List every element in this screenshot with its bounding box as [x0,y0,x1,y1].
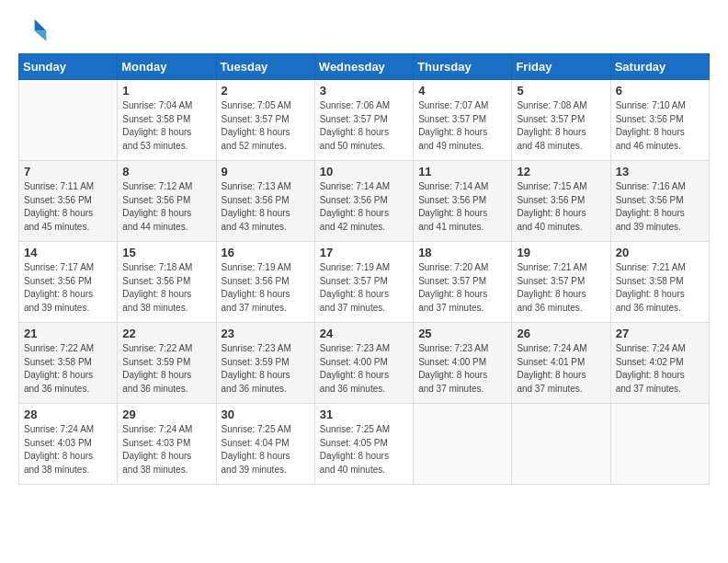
day-info: Sunrise: 7:25 AM Sunset: 4:05 PM Dayligh… [320,423,408,477]
day-number: 24 [320,327,408,340]
day-info: Sunrise: 7:10 AM Sunset: 3:56 PM Dayligh… [616,99,704,153]
day-number: 20 [616,246,704,259]
calendar-cell: 8Sunrise: 7:12 AM Sunset: 3:56 PM Daylig… [118,161,216,242]
calendar-cell: 5Sunrise: 7:08 AM Sunset: 3:57 PM Daylig… [512,80,610,161]
day-number: 7 [24,165,112,178]
calendar-cell: 28Sunrise: 7:24 AM Sunset: 4:03 PM Dayli… [19,404,118,485]
calendar-cell: 13Sunrise: 7:16 AM Sunset: 3:56 PM Dayli… [610,161,709,242]
day-info: Sunrise: 7:08 AM Sunset: 3:57 PM Dayligh… [517,99,605,153]
calendar-week-row: 21Sunrise: 7:22 AM Sunset: 3:58 PM Dayli… [19,323,710,404]
calendar-cell: 9Sunrise: 7:13 AM Sunset: 3:56 PM Daylig… [216,161,314,242]
day-number: 16 [222,246,310,259]
day-info: Sunrise: 7:16 AM Sunset: 3:56 PM Dayligh… [616,180,704,234]
calendar-header-row: SundayMondayTuesdayWednesdayThursdayFrid… [19,54,710,80]
calendar-cell: 7Sunrise: 7:11 AM Sunset: 3:56 PM Daylig… [19,161,118,242]
svg-marker-0 [35,19,47,31]
calendar-cell: 11Sunrise: 7:14 AM Sunset: 3:56 PM Dayli… [414,161,512,242]
weekday-header-thursday: Thursday [414,54,512,80]
calendar-cell: 10Sunrise: 7:14 AM Sunset: 3:56 PM Dayli… [314,161,413,242]
day-info: Sunrise: 7:23 AM Sunset: 4:00 PM Dayligh… [320,342,408,396]
day-info: Sunrise: 7:06 AM Sunset: 3:57 PM Dayligh… [320,99,408,153]
day-info: Sunrise: 7:25 AM Sunset: 4:04 PM Dayligh… [222,423,310,477]
calendar-cell [414,404,512,485]
day-number: 26 [517,327,605,340]
calendar-cell: 3Sunrise: 7:06 AM Sunset: 3:57 PM Daylig… [314,80,413,161]
day-number: 23 [222,327,310,340]
day-info: Sunrise: 7:15 AM Sunset: 3:56 PM Dayligh… [517,180,605,234]
day-info: Sunrise: 7:23 AM Sunset: 4:00 PM Dayligh… [418,342,506,396]
day-info: Sunrise: 7:19 AM Sunset: 3:56 PM Dayligh… [222,261,310,315]
calendar-cell: 6Sunrise: 7:10 AM Sunset: 3:56 PM Daylig… [610,80,709,161]
day-info: Sunrise: 7:21 AM Sunset: 3:58 PM Dayligh… [616,261,704,315]
calendar-cell: 23Sunrise: 7:23 AM Sunset: 3:59 PM Dayli… [216,323,314,404]
calendar-cell: 20Sunrise: 7:21 AM Sunset: 3:58 PM Dayli… [610,242,709,323]
calendar-cell [512,404,610,485]
day-number: 5 [517,84,605,98]
day-info: Sunrise: 7:22 AM Sunset: 3:59 PM Dayligh… [122,342,210,396]
calendar-cell: 26Sunrise: 7:24 AM Sunset: 4:01 PM Dayli… [512,323,610,404]
day-info: Sunrise: 7:17 AM Sunset: 3:56 PM Dayligh… [24,261,112,315]
day-info: Sunrise: 7:11 AM Sunset: 3:56 PM Dayligh… [24,180,112,234]
day-info: Sunrise: 7:23 AM Sunset: 3:59 PM Dayligh… [222,342,310,396]
day-number: 27 [616,327,704,340]
day-number: 25 [418,327,506,340]
day-number: 19 [517,246,605,259]
day-number: 22 [122,327,210,340]
weekday-header-wednesday: Wednesday [314,54,413,80]
logo-icon [18,15,48,44]
day-number: 29 [122,408,210,421]
calendar-cell: 30Sunrise: 7:25 AM Sunset: 4:04 PM Dayli… [216,404,314,485]
day-number: 28 [24,408,112,421]
calendar-cell: 24Sunrise: 7:23 AM Sunset: 4:00 PM Dayli… [314,323,413,404]
day-number: 9 [222,165,310,178]
calendar-cell: 18Sunrise: 7:20 AM Sunset: 3:57 PM Dayli… [414,242,512,323]
day-number: 2 [222,84,310,98]
calendar-cell [19,80,118,161]
day-info: Sunrise: 7:24 AM Sunset: 4:01 PM Dayligh… [517,342,605,396]
day-number: 12 [517,165,605,178]
calendar-cell: 4Sunrise: 7:07 AM Sunset: 3:57 PM Daylig… [414,80,512,161]
day-info: Sunrise: 7:22 AM Sunset: 3:58 PM Dayligh… [24,342,112,396]
calendar-week-row: 28Sunrise: 7:24 AM Sunset: 4:03 PM Dayli… [19,404,710,485]
day-info: Sunrise: 7:07 AM Sunset: 3:57 PM Dayligh… [418,99,506,153]
calendar-cell: 1Sunrise: 7:04 AM Sunset: 3:58 PM Daylig… [118,80,216,161]
calendar-cell: 2Sunrise: 7:05 AM Sunset: 3:57 PM Daylig… [216,80,314,161]
calendar-cell: 16Sunrise: 7:19 AM Sunset: 3:56 PM Dayli… [216,242,314,323]
day-info: Sunrise: 7:05 AM Sunset: 3:57 PM Dayligh… [222,99,310,153]
day-number: 18 [418,246,506,259]
day-number: 21 [24,327,112,340]
calendar-week-row: 14Sunrise: 7:17 AM Sunset: 3:56 PM Dayli… [19,242,710,323]
day-number: 8 [122,165,210,178]
weekday-header-monday: Monday [118,54,216,80]
calendar-cell: 27Sunrise: 7:24 AM Sunset: 4:02 PM Dayli… [610,323,709,404]
day-number: 4 [418,84,506,98]
calendar-cell: 25Sunrise: 7:23 AM Sunset: 4:00 PM Dayli… [414,323,512,404]
day-number: 13 [616,165,704,178]
day-info: Sunrise: 7:24 AM Sunset: 4:02 PM Dayligh… [616,342,704,396]
day-info: Sunrise: 7:18 AM Sunset: 3:56 PM Dayligh… [122,261,210,315]
calendar-cell: 31Sunrise: 7:25 AM Sunset: 4:05 PM Dayli… [314,404,413,485]
day-info: Sunrise: 7:14 AM Sunset: 3:56 PM Dayligh… [418,180,506,234]
day-number: 6 [616,84,704,98]
calendar-cell: 19Sunrise: 7:21 AM Sunset: 3:57 PM Dayli… [512,242,610,323]
day-info: Sunrise: 7:12 AM Sunset: 3:56 PM Dayligh… [122,180,210,234]
day-number: 10 [320,165,408,178]
page: SundayMondayTuesdayWednesdayThursdayFrid… [0,0,728,563]
day-info: Sunrise: 7:21 AM Sunset: 3:57 PM Dayligh… [517,261,605,315]
day-number: 3 [320,84,408,98]
calendar-week-row: 1Sunrise: 7:04 AM Sunset: 3:58 PM Daylig… [19,80,710,161]
day-info: Sunrise: 7:13 AM Sunset: 3:56 PM Dayligh… [222,180,310,234]
calendar-cell: 12Sunrise: 7:15 AM Sunset: 3:56 PM Dayli… [512,161,610,242]
day-info: Sunrise: 7:14 AM Sunset: 3:56 PM Dayligh… [320,180,408,234]
day-info: Sunrise: 7:19 AM Sunset: 3:57 PM Dayligh… [320,261,408,315]
day-number: 31 [320,408,408,421]
weekday-header-friday: Friday [512,54,610,80]
calendar-cell: 21Sunrise: 7:22 AM Sunset: 3:58 PM Dayli… [19,323,118,404]
calendar: SundayMondayTuesdayWednesdayThursdayFrid… [18,53,710,485]
logo [18,15,51,44]
day-number: 14 [24,246,112,259]
day-info: Sunrise: 7:04 AM Sunset: 3:58 PM Dayligh… [122,99,210,153]
calendar-cell: 29Sunrise: 7:24 AM Sunset: 4:03 PM Dayli… [118,404,216,485]
svg-marker-1 [35,31,47,41]
calendar-cell: 17Sunrise: 7:19 AM Sunset: 3:57 PM Dayli… [314,242,413,323]
